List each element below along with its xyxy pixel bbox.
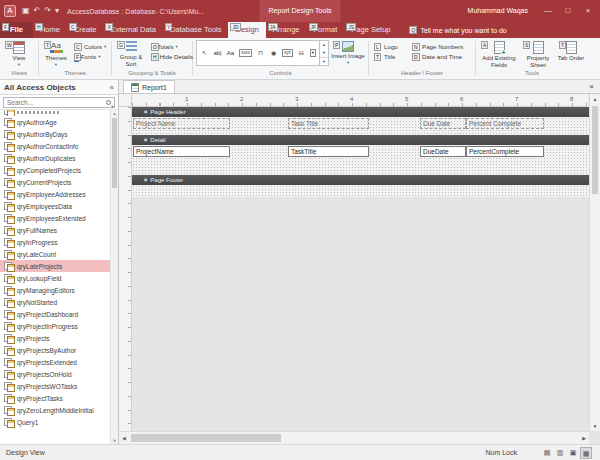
text-box-control[interactable]: DueDate <box>420 146 466 157</box>
colors-button[interactable]: C Colors ▾ <box>72 42 108 51</box>
view-button[interactable]: W View ▾ <box>3 40 35 68</box>
button-icon[interactable]: xxxx <box>239 49 252 57</box>
tab-order-button[interactable]: T Tab Order <box>557 40 585 62</box>
title-button[interactable]: T ≡ Title <box>372 52 408 61</box>
nav-item-query[interactable]: qryLookupField <box>0 272 110 284</box>
page-header-section-bar[interactable]: ◼ Page Header <box>132 107 589 117</box>
gallery-scroll-up[interactable]: ▲ <box>320 41 328 49</box>
horizontal-scrollbar[interactable]: ◀ ▶ <box>119 431 589 444</box>
detail-section-bar[interactable]: ◼ Detail <box>132 135 589 145</box>
text-box-control[interactable]: PercentComplete <box>466 146 544 157</box>
text-box-control[interactable]: ProjectName <box>133 146 230 157</box>
detail-section[interactable]: ProjectName TaskTitle DueDate PercentCom… <box>132 145 589 175</box>
document-tab-report1[interactable]: Report1 <box>123 80 175 93</box>
ribbon-tab[interactable]: F File <box>0 22 33 38</box>
page-numbers-button[interactable]: N # Page Numbers <box>410 42 472 51</box>
print-preview-button[interactable]: ▥ <box>554 447 566 459</box>
scroll-up-icon[interactable]: ▲ <box>111 111 118 116</box>
ribbon-tab[interactable]: Y Database Tools <box>163 22 229 38</box>
nav-item-query[interactable]: qryInProgress <box>0 236 110 248</box>
nav-item-query[interactable]: qryLateCount <box>0 248 110 260</box>
tell-me-box[interactable]: Q Tell me what you want to do <box>409 22 506 38</box>
label-control[interactable]: Task Title <box>288 118 369 129</box>
combo-box-icon[interactable]: ▾ <box>310 49 316 57</box>
page-header-section[interactable]: Project Name Task Title Due Date Percent… <box>132 117 589 135</box>
label-control[interactable]: Percent Complete <box>466 118 544 129</box>
minimize-button[interactable]: — <box>538 0 558 22</box>
page-footer-section-bar[interactable]: ◼ Page Footer <box>132 175 589 185</box>
hyperlink-icon[interactable]: ◉ <box>267 49 280 57</box>
gallery-more-button[interactable]: ▼ <box>320 57 328 66</box>
undo-button[interactable]: ↶ <box>34 6 41 16</box>
nav-scrollbar[interactable]: ▲ ▼ <box>110 110 118 444</box>
close-button[interactable]: × <box>578 0 598 22</box>
nav-item-query[interactable]: qryZeroLengthMiddleInitial <box>0 404 110 416</box>
ribbon-tab[interactable]: X External Data <box>103 22 162 38</box>
nav-item-query[interactable]: qryProjectsExtended <box>0 356 110 368</box>
hide-details-button[interactable]: H ▤ Hide Details <box>149 52 189 61</box>
label-control[interactable]: Due Date <box>420 118 466 129</box>
save-button[interactable]: ▣ <box>22 6 30 16</box>
scroll-down-icon[interactable]: ▼ <box>590 423 600 429</box>
nav-item-query[interactable]: qryAuthorAge <box>0 116 110 128</box>
design-view-button[interactable]: ▦ <box>580 447 592 459</box>
label-icon[interactable]: Aa <box>224 49 237 57</box>
horizontal-ruler[interactable]: 12345678 <box>132 94 588 107</box>
text-box-control[interactable]: TaskTitle <box>288 146 369 157</box>
shutter-bar-collapse-icon[interactable]: « <box>110 83 114 92</box>
nav-item-query[interactable]: qryAuthorDuplicates <box>0 152 110 164</box>
nav-item-query[interactable]: qryProjects <box>0 332 110 344</box>
date-and-time-button[interactable]: D ▦ Date and Time <box>410 52 472 61</box>
ribbon-tab[interactable]: JD Design <box>228 22 265 38</box>
nav-item-query[interactable]: qryAuthorByDays <box>0 128 110 140</box>
scrollbar-thumb[interactable] <box>592 106 598 194</box>
nav-item-query[interactable]: qryEmployeesExtended <box>0 212 110 224</box>
option-group-icon[interactable]: xyz <box>282 49 293 57</box>
ribbon-tab[interactable]: JF Format <box>307 22 345 38</box>
page-break-icon[interactable]: ⊟ <box>295 49 308 57</box>
text-box-icon[interactable]: ab| <box>211 49 224 57</box>
logo-button[interactable]: L ▣ Logo <box>372 42 408 51</box>
nav-item-query[interactable]: qryCurrentProjects <box>0 176 110 188</box>
gallery-scroll-down[interactable]: ▼ <box>320 49 328 57</box>
redo-button[interactable]: ↷ <box>44 6 51 16</box>
scrollbar-thumb[interactable] <box>112 118 117 188</box>
property-sheet-button[interactable]: S Property Sheet <box>521 40 555 68</box>
layout-view-button[interactable]: ▣ <box>567 447 579 459</box>
close-document-icon[interactable]: × <box>586 80 597 94</box>
totals-button[interactable]: O Σ Totals ▾ <box>149 42 189 51</box>
nav-item-query[interactable]: qryProjectsWOTasks <box>0 380 110 392</box>
nav-item-query[interactable]: qryCompletedProjects <box>0 164 110 176</box>
insert-image-button[interactable]: P Insert Image ▾ <box>331 40 365 66</box>
vertical-ruler[interactable] <box>119 107 132 431</box>
scroll-up-icon[interactable]: ▲ <box>590 96 600 102</box>
select-tool-icon[interactable]: ↖ <box>198 49 211 57</box>
scroll-down-icon[interactable]: ▼ <box>111 438 118 443</box>
nav-item-query[interactable]: qryAuthorContactInfo <box>0 140 110 152</box>
nav-item-query[interactable]: qryManagingEditors <box>0 284 110 296</box>
ribbon-tab[interactable]: H Home <box>33 22 67 38</box>
nav-item-query[interactable]: qryProjectsOnHold <box>0 368 110 380</box>
signed-in-user[interactable]: Muhammad Waqas <box>468 0 528 22</box>
nav-item-query[interactable]: qryLateProjects <box>0 260 110 272</box>
search-input[interactable] <box>7 99 106 106</box>
nav-item-query[interactable]: qryEmployeesData <box>0 200 110 212</box>
nav-item-query[interactable]: qryEmployeeAddresses <box>0 188 110 200</box>
nav-item-query[interactable]: Query1 <box>0 416 110 428</box>
fonts-button[interactable]: F A Fonts ▾ <box>72 52 108 61</box>
qat-dropdown[interactable]: ▾ <box>55 6 59 16</box>
tab-control-icon[interactable]: ⊓ <box>254 49 267 57</box>
scrollbar-thumb[interactable] <box>131 434 281 442</box>
ribbon-tab[interactable]: C Create <box>67 22 104 38</box>
nav-item-query[interactable]: qryProjectTasks <box>0 392 110 404</box>
nav-item-query[interactable]: qryProjectDashboard <box>0 308 110 320</box>
vertical-scrollbar[interactable]: ▲ ▼ <box>589 94 600 431</box>
nav-item-query[interactable]: qryNotStarted <box>0 296 110 308</box>
add-existing-fields-button[interactable]: A Add Existing Fields <box>479 40 519 68</box>
page-footer-section[interactable] <box>132 185 589 197</box>
ribbon-tab[interactable]: JA Arrange <box>266 22 307 38</box>
nav-item-query[interactable]: qryFullNames <box>0 224 110 236</box>
report-view-button[interactable]: ▤ <box>541 447 553 459</box>
themes-button[interactable]: T Aa Themes ▾ <box>42 40 70 68</box>
restore-button[interactable]: □ <box>558 0 578 22</box>
